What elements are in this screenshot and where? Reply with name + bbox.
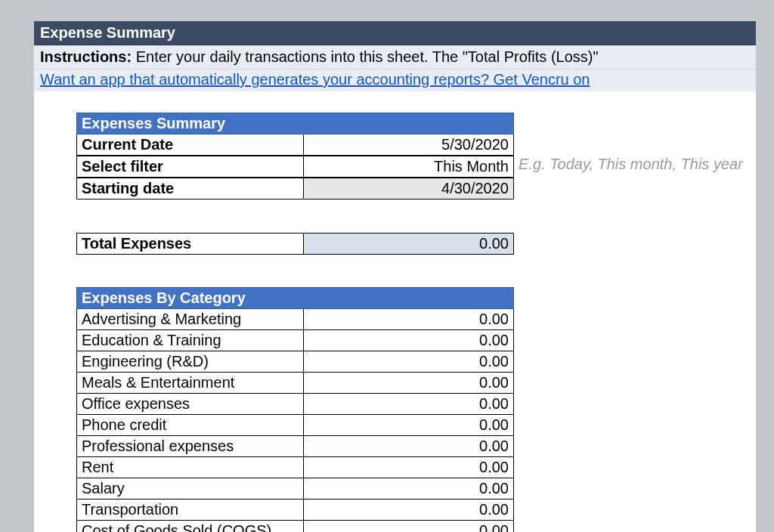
instructions-text: Enter your daily transactions into this … (132, 48, 598, 65)
category-label: Transportation (77, 500, 304, 521)
table-row: Cost of Goods Sold (COGS) 0.00 (77, 521, 514, 533)
category-value: 0.00 (304, 457, 514, 478)
filter-row-table: Select filter This Month (76, 156, 514, 178)
category-label: Engineering (R&D) (77, 351, 304, 373)
table-row: Phone credit 0.00 (77, 415, 514, 436)
select-filter-label: Select filter (77, 156, 304, 178)
starting-date-label: Starting date (77, 178, 304, 200)
category-section-header: Expenses By Category (77, 288, 514, 309)
table-row: Select filter This Month (77, 156, 514, 178)
table-row: Meals & Entertainment 0.00 (77, 373, 514, 394)
spreadsheet-sheet: Expense Summary Instructions: Enter your… (33, 21, 756, 532)
total-expenses-table: Total Expenses 0.00 (76, 233, 514, 288)
category-label: Phone credit (77, 415, 304, 436)
select-filter-value[interactable]: This Month (304, 156, 514, 178)
table-row: Transportation 0.00 (77, 500, 514, 521)
category-value: 0.00 (304, 394, 514, 415)
table-row: Starting date 4/30/2020 (77, 178, 514, 200)
category-label: Office expenses (77, 394, 304, 415)
category-label: Cost of Goods Sold (COGS) (77, 521, 304, 533)
table-row: Rent 0.00 (77, 457, 514, 478)
category-label: Education & Training (77, 330, 304, 351)
instructions-row: Instructions: Enter your daily transacti… (34, 45, 756, 70)
table-row: Education & Training 0.00 (77, 330, 514, 351)
table-row: Advertising & Marketing 0.00 (77, 309, 514, 330)
current-date-value[interactable]: 5/30/2020 (304, 135, 514, 156)
category-value: 0.00 (304, 330, 514, 351)
instructions-label: Instructions: (40, 48, 132, 65)
expenses-summary-table: Expenses Summary Current Date 5/30/2020 (76, 113, 514, 156)
promo-link-row: Want an app that automatically generates… (34, 70, 756, 91)
table-row: Office expenses 0.00 (77, 394, 514, 415)
starting-date-table: Starting date 4/30/2020 (76, 178, 514, 233)
summary-section-header: Expenses Summary (77, 113, 514, 135)
category-label: Advertising & Marketing (77, 309, 304, 330)
page-title: Expense Summary (40, 24, 175, 41)
vencru-link[interactable]: Want an app that automatically generates… (40, 71, 590, 88)
total-expenses-value: 0.00 (304, 233, 514, 254)
table-row: Salary 0.00 (77, 478, 514, 500)
category-label: Professional expenses (77, 436, 304, 457)
expenses-by-category-table: Expenses By Category Advertising & Marke… (76, 287, 514, 532)
starting-date-value[interactable]: 4/30/2020 (304, 178, 514, 200)
category-value: 0.00 (304, 478, 514, 500)
category-label: Rent (77, 457, 304, 478)
category-value: 0.00 (304, 521, 514, 533)
current-date-label: Current Date (77, 135, 304, 156)
table-row: Total Expenses 0.00 (77, 233, 514, 254)
category-value: 0.00 (304, 351, 514, 373)
table-row: Engineering (R&D) 0.00 (77, 351, 514, 373)
category-value: 0.00 (304, 500, 514, 521)
table-row: Current Date 5/30/2020 (77, 135, 514, 156)
category-label: Meals & Entertainment (77, 373, 304, 394)
category-value: 0.00 (304, 436, 514, 457)
filter-hint: E.g. Today, This month, This year (514, 156, 743, 178)
page-title-bar: Expense Summary (34, 21, 756, 45)
total-expenses-label: Total Expenses (77, 233, 304, 254)
category-value: 0.00 (304, 309, 514, 330)
table-row: Professional expenses 0.00 (77, 436, 514, 457)
category-value: 0.00 (304, 415, 514, 436)
category-value: 0.00 (304, 373, 514, 394)
content-area: Expenses Summary Current Date 5/30/2020 … (34, 91, 756, 532)
category-label: Salary (77, 478, 304, 500)
